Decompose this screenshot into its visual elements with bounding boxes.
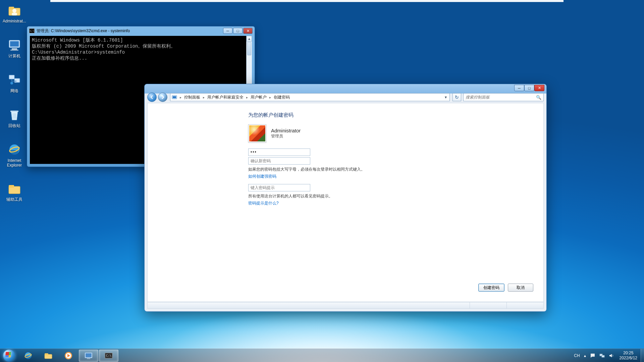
create-password-button[interactable]: 创建密码 [478,284,504,292]
desktop: Administrat... 计算机 网络 回收站 Internet Explo… [0,0,644,362]
recycle-bin-icon [7,107,22,122]
svg-rect-15 [9,185,14,188]
cp-toolbar: ▸ 控制面板 ▸ 用户帐户和家庭安全 ▸ 用户帐户 ▸ 创建密码 ▾ ↻ 🔍 [147,92,544,102]
svg-text:C:\: C:\ [106,354,111,357]
avatar-image [249,125,265,141]
taskbar-explorer[interactable] [39,350,58,362]
refresh-button[interactable]: ↻ [452,93,461,101]
user-name: Administrator [271,128,301,133]
network-icon [7,72,22,87]
top-white-band [50,0,564,2]
show-desktop-button[interactable] [641,349,644,362]
cmd-line: C:\Users\Administrator>systeminfo [32,49,250,55]
media-player-icon [64,351,73,360]
cmd-task-icon: C:\ [104,351,113,360]
ie-icon [7,142,22,157]
breadcrumb-seg[interactable]: 控制面板 [181,95,203,100]
address-dropdown-icon[interactable]: ▾ [443,94,449,100]
search-icon[interactable]: 🔍 [536,95,541,100]
svg-rect-9 [14,78,20,82]
password-caps-hint: 如果您的密码包括大写字母，必须在每次登录时以相同方式键入。 [248,167,530,172]
scroll-up-icon[interactable]: ▲ [247,36,252,42]
desktop-icon-aux-tools[interactable]: 辅助工具 [2,181,27,202]
cmd-title-icon: C:\ [29,28,35,33]
cmd-title-text: 管理员: C:\Windows\system32\cmd.exe - syste… [37,28,130,34]
scroll-thumb[interactable] [247,42,251,55]
control-panel-task-icon [84,351,93,360]
taskbar-ie[interactable] [18,350,38,362]
taskbar: C:\ CH ▴ 20:25 2022/6/12 [0,349,644,362]
system-tray: CH ▴ 20:25 2022/6/12 [572,349,644,362]
ime-indicator[interactable]: CH [572,353,582,358]
svg-rect-7 [10,50,18,51]
hint-explain-link[interactable]: 密码提示是什么? [248,200,530,206]
hint-visibility-text: 所有使用这台计算机的人都可以看见密码提示。 [248,193,530,199]
cmd-line: Microsoft Windows [版本 6.1.7601] [32,37,250,43]
tray-up-icon[interactable]: ▴ [582,353,588,358]
folder-icon [7,181,22,196]
taskbar-cmd[interactable]: C:\ [99,350,118,362]
action-center-icon[interactable] [588,353,597,358]
svg-rect-21 [45,353,48,355]
svg-rect-17 [173,96,176,98]
desktop-icon-label: Internet Explorer [2,158,27,168]
svg-rect-25 [86,353,92,357]
ie-icon [23,351,33,360]
desktop-icon-administrator[interactable]: Administrat... [2,3,27,23]
cmd-close-button[interactable]: ✕ [243,28,253,34]
desktop-icon-computer[interactable]: 计算机 [2,38,27,58]
search-box[interactable]: 🔍 [463,93,544,101]
breadcrumb-seg[interactable]: 用户帐户 [248,95,269,100]
password-hint-input[interactable] [248,184,310,191]
address-bar[interactable]: ▸ 控制面板 ▸ 用户帐户和家庭安全 ▸ 用户帐户 ▸ 创建密码 ▾ [170,93,450,101]
svg-rect-3 [12,13,17,15]
nav-forward-button[interactable] [158,93,167,102]
user-folder-icon [7,3,22,17]
arrow-right-icon [160,95,165,100]
cp-statusbar [147,302,544,309]
start-button[interactable] [0,349,18,362]
desktop-icon-label: 回收站 [2,123,27,128]
taskbar-media-player[interactable] [59,350,78,362]
page-heading: 为您的帐户创建密码 [248,112,530,118]
avatar [248,124,266,142]
taskbar-clock[interactable]: 20:25 2022/6/12 [616,351,641,361]
control-panel-window: ─ □ ✕ ▸ 控制面板 ▸ 用户帐户和家庭安全 ▸ 用户帐户 ▸ [144,84,547,312]
new-password-input[interactable] [248,148,310,156]
cmd-maximize-button[interactable]: □ [233,28,243,34]
cmd-line: 正在加载修补程序信息... [32,55,250,61]
arrow-left-icon [150,95,154,100]
cp-titlebar[interactable]: ─ □ ✕ [145,84,546,92]
desktop-icon-network[interactable]: 网络 [2,72,27,93]
svg-rect-1 [9,7,14,9]
svg-rect-30 [602,355,604,357]
breadcrumb-seg[interactable]: 创建密码 [271,95,292,100]
cp-close-button[interactable]: ✕ [534,85,544,91]
svg-point-2 [12,9,16,13]
desktop-icon-recycle-bin[interactable]: 回收站 [2,107,27,128]
user-row: Administrator 管理员 [248,124,530,142]
user-role: 管理员 [271,133,301,139]
desktop-icon-ie[interactable]: Internet Explorer [2,142,27,168]
nav-back-button[interactable] [147,93,157,102]
volume-tray-icon[interactable] [607,353,616,358]
control-panel-icon [170,95,180,100]
cp-minimize-button[interactable]: ─ [514,85,524,91]
breadcrumb-seg[interactable]: 用户帐户和家庭安全 [205,95,246,100]
taskbar-control-panel[interactable] [79,350,98,362]
desktop-icon-label: 网络 [2,88,27,93]
network-tray-icon[interactable] [597,353,607,358]
cmd-titlebar[interactable]: C:\ 管理员: C:\Windows\system32\cmd.exe - s… [27,26,255,35]
cmd-minimize-button[interactable]: ─ [223,28,232,34]
strong-password-link[interactable]: 如何创建强密码 [248,174,530,179]
cmd-line: 版权所有 (c) 2009 Microsoft Corporation。保留所有… [32,43,250,49]
cp-content-area: 为您的帐户创建密码 Administrator 管理员 如果您的密码包括大写字母… [147,103,544,302]
clock-date: 2022/6/12 [620,356,637,361]
svg-rect-5 [10,41,19,47]
cp-maximize-button[interactable]: □ [524,85,534,91]
refresh-icon: ↻ [455,95,459,100]
cancel-button[interactable]: 取消 [508,284,533,292]
clock-time: 20:25 [620,351,637,356]
confirm-password-input[interactable] [248,157,310,165]
search-input[interactable] [466,95,536,100]
